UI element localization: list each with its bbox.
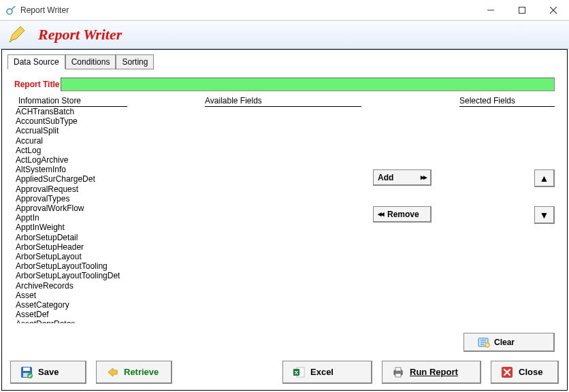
svg-point-21 (400, 371, 402, 372)
list-item[interactable]: ApprovalRequest (14, 184, 135, 194)
list-item[interactable]: Asset (14, 291, 135, 300)
body-frame: Data Source Conditions Sorting Report Ti… (1, 49, 568, 391)
tab-conditions[interactable]: Conditions (65, 54, 116, 69)
run-report-button[interactable]: Run Report (382, 361, 481, 384)
retrieve-icon (106, 366, 118, 378)
add-button-label: Add (378, 173, 421, 182)
list-item[interactable]: ActLogArchive (14, 155, 135, 165)
arrow-up-icon: ▲ (540, 173, 549, 184)
title-bar: Report Writer (0, 0, 569, 20)
excel-button[interactable]: X Excel (282, 361, 372, 384)
arrow-left-icon: ◂◂ (378, 210, 383, 218)
arrow-down-icon: ▼ (540, 210, 549, 220)
save-button-label: Save (38, 367, 59, 377)
svg-point-0 (7, 9, 12, 14)
list-item[interactable]: AssetCategory (14, 300, 135, 310)
remove-button[interactable]: ◂◂ Remove (373, 206, 432, 223)
list-item[interactable]: ApptInWeight (14, 223, 135, 232)
close-button[interactable]: Close (491, 361, 559, 384)
list-item[interactable]: AppliedSurChargeDet (14, 174, 135, 184)
list-item[interactable]: ACHTransBatch (14, 107, 135, 116)
list-item[interactable]: ArborSetupDetail (14, 233, 135, 242)
column-header-selected: Selected Fields (459, 96, 555, 107)
svg-rect-20 (395, 374, 401, 377)
clear-button[interactable]: Clear (464, 333, 555, 352)
minimize-button[interactable] (475, 0, 506, 20)
column-header-info-store: Information Store (18, 96, 127, 107)
list-item[interactable]: ArborSetupLayout (14, 252, 135, 261)
list-item[interactable]: ArborSetupHeader (14, 242, 135, 252)
list-item[interactable]: AssetDeprRates (14, 319, 135, 323)
list-item[interactable]: AltSystemInfo (14, 165, 135, 174)
move-up-button[interactable]: ▲ (534, 169, 555, 187)
retrieve-button-label: Retrieve (124, 367, 159, 377)
tabs: Data Source Conditions Sorting (7, 52, 567, 69)
columns-area: Information Store Available Fields Selec… (14, 96, 555, 323)
excel-icon: X (293, 366, 305, 378)
maximize-button[interactable] (506, 0, 538, 20)
list-item[interactable]: ArborSetupLayoutTooling (14, 261, 135, 271)
column-header-available: Available Fields (205, 96, 361, 107)
add-button[interactable]: Add ▸▸ (373, 169, 432, 186)
svg-point-9 (485, 342, 490, 347)
list-item[interactable]: AccountSubType (14, 116, 135, 126)
list-item[interactable]: ApprovalTypes (14, 194, 135, 203)
save-button[interactable]: Save (10, 361, 86, 384)
app-icon (5, 5, 16, 16)
page-title: Report Writer (38, 26, 122, 44)
svg-rect-2 (519, 7, 525, 13)
svg-rect-11 (23, 368, 30, 371)
window-close-button[interactable] (538, 0, 569, 20)
list-item[interactable]: AssetDef (14, 310, 135, 319)
report-title-input[interactable] (61, 78, 555, 91)
clear-icon (478, 336, 490, 348)
window-title: Report Writer (20, 5, 475, 15)
report-title-row: Report Title (14, 77, 555, 92)
svg-marker-7 (9, 41, 12, 42)
list-item[interactable]: ApprovalWorkFlow (14, 203, 135, 213)
list-item[interactable]: AccrualSplit (14, 126, 135, 135)
excel-button-label: Excel (310, 367, 334, 377)
clear-area: Clear (464, 333, 555, 352)
svg-rect-19 (395, 368, 401, 371)
list-item[interactable]: ActLog (14, 146, 135, 155)
run-report-button-label: Run Report (410, 367, 458, 377)
header-band: Report Writer (0, 20, 569, 49)
arrow-right-icon: ▸▸ (421, 173, 426, 182)
move-down-button[interactable]: ▼ (534, 206, 555, 224)
svg-text:X: X (295, 370, 299, 376)
svg-marker-5 (10, 27, 25, 41)
remove-button-label: Remove (387, 210, 426, 219)
close-icon (501, 366, 513, 378)
tab-data-source[interactable]: Data Source (7, 54, 65, 69)
bottom-bar: Save Retrieve X Excel Run Report Close (10, 360, 559, 385)
list-item[interactable]: Accural (14, 136, 135, 146)
svg-marker-14 (108, 368, 117, 376)
info-store-list[interactable]: ACHTransBatchAccountSubTypeAccrualSplitA… (14, 107, 135, 323)
report-title-label: Report Title (14, 80, 59, 89)
retrieve-button[interactable]: Retrieve (96, 361, 172, 384)
list-item[interactable]: ArchiveRecords (14, 281, 135, 291)
save-icon (20, 366, 33, 378)
printer-icon (392, 366, 404, 378)
close-button-label: Close (519, 367, 542, 377)
clear-button-label: Clear (494, 338, 515, 347)
pencil-icon (7, 25, 26, 44)
tab-sorting[interactable]: Sorting (116, 54, 154, 69)
list-item[interactable]: ArborSetupLayoutToolingDet (14, 271, 135, 280)
list-item[interactable]: ApptIn (14, 213, 135, 223)
